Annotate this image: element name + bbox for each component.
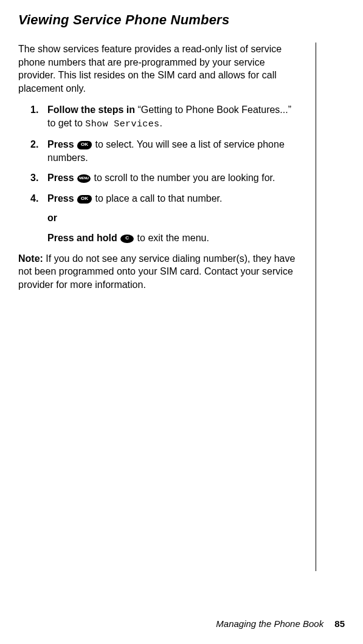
step-1: 1. Follow the steps in “Getting to Phone… [36,103,301,131]
ok-key-icon [77,195,92,204]
step-number: 1. [30,103,38,117]
step-4: 4. Press to place a call to that number.… [36,192,301,245]
ok-key-icon [77,141,92,149]
c-key-icon [120,235,134,243]
note-paragraph: Note: If you do not see any service dial… [18,252,301,292]
lcd-text: Show Services [85,119,159,129]
page-title: Viewing Service Phone Numbers [18,12,345,28]
step-lead: Follow the steps in [47,104,137,115]
step-tail: to place a call to that number. [92,193,222,204]
step-3: 3. Press to scroll to the number you are… [36,171,301,185]
step-lead: Press [47,139,77,149]
step-number: 4. [30,192,38,205]
step-alt-tail: to exit the menu. [134,233,209,243]
page-footer: Managing the Phone Book 85 [216,618,345,629]
footer-page-number: 85 [334,618,345,629]
intro-paragraph: The show services feature provides a rea… [18,43,301,95]
note-text: If you do not see any service dialing nu… [18,253,295,290]
step-lead: Press [47,173,77,183]
note-label: Note: [18,253,43,264]
step-tail: . [160,118,162,128]
step-tail: to scroll to the number you are looking … [91,173,275,183]
step-2: 2. Press to select. You will see a list … [36,138,301,164]
step-number: 2. [30,138,38,151]
step-list: 1. Follow the steps in “Getting to Phone… [18,103,301,244]
content-column: The show services feature provides a rea… [18,43,316,571]
or-separator: or [47,211,301,225]
step-alt-lead: Press and hold [47,233,120,243]
step-lead: Press [47,193,77,204]
footer-chapter: Managing the Phone Book [216,618,323,629]
menu-key-icon [77,174,91,183]
step-number: 3. [30,171,38,185]
